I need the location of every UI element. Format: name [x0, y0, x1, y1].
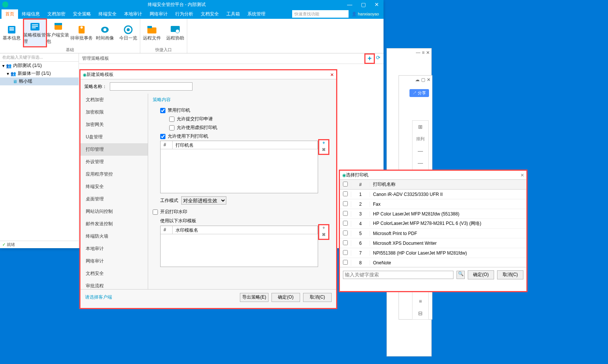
- bg2-controls: ☁▢✕: [415, 77, 431, 85]
- tree-child[interactable]: ▾👥新媒体一部 (1/1): [0, 70, 79, 77]
- cat-8[interactable]: 桌面管理: [80, 193, 148, 205]
- printer-row[interactable]: 8OneNote: [340, 258, 526, 267]
- export-button[interactable]: 导出策略(E): [240, 293, 268, 302]
- ribbon-pending[interactable]: 待审批事务: [70, 19, 93, 47]
- chk-allow-virtual[interactable]: [169, 125, 174, 130]
- printer-row[interactable]: 1Canon iR-ADV C3325/3330 UFR II: [340, 190, 526, 199]
- row-check[interactable]: [343, 211, 348, 216]
- pdlg-ok-button[interactable]: 确定(O): [468, 270, 494, 279]
- policy-name-input[interactable]: [110, 82, 193, 91]
- row-check[interactable]: [343, 201, 348, 206]
- menu-tab-9[interactable]: 工具箱: [223, 9, 244, 19]
- user-menu[interactable]: hanxiaoyao: [352, 12, 379, 17]
- printer-row[interactable]: 3HP Color LaserJet MFP M281fdw (551388): [340, 209, 526, 219]
- minimize-button[interactable]: —: [343, 2, 356, 8]
- menu-tab-7[interactable]: 行为分析: [171, 9, 197, 19]
- search-icon[interactable]: 🔍: [456, 271, 465, 279]
- workmode-select[interactable]: 对全部进程生效: [181, 196, 226, 205]
- cat-1[interactable]: 加密权限: [80, 106, 148, 118]
- chk-watermark[interactable]: [153, 209, 158, 215]
- dialog-close-icon[interactable]: ✕: [330, 72, 334, 77]
- cat-0[interactable]: 文档加密: [80, 94, 148, 106]
- cat-7[interactable]: 终端安全: [80, 180, 148, 193]
- menu-tab-2[interactable]: 文档加密: [44, 9, 69, 19]
- col-num: #: [161, 141, 173, 149]
- pdlg-title: 选择打印机 ✕: [340, 171, 526, 180]
- ribbon-basic-info[interactable]: 基本信息: [0, 19, 23, 47]
- ribbon-policy-template[interactable]: 策略模板管理: [23, 19, 47, 47]
- list-add-icon[interactable]: +: [319, 140, 328, 147]
- ribbon-timeline[interactable]: 时间画像: [93, 19, 117, 47]
- printer-row[interactable]: 6Microsoft XPS Document Writer: [340, 238, 526, 248]
- chk-allow-list[interactable]: [160, 134, 165, 139]
- arrange-icon[interactable]: ⊞: [412, 121, 428, 133]
- ribbon-remote-assist[interactable]: 远程协助: [164, 19, 187, 47]
- cat-11[interactable]: 终端防火墙: [80, 230, 148, 243]
- chk-all[interactable]: [343, 182, 348, 187]
- wm-add-icon[interactable]: +: [319, 225, 328, 232]
- refresh-button[interactable]: ⟳: [376, 55, 381, 63]
- tree-root[interactable]: ▾👥内部测试 (1/1): [0, 62, 79, 70]
- chk-disable-printer[interactable]: [160, 108, 165, 113]
- svg-rect-15: [147, 27, 156, 33]
- tree-leaf[interactable]: 🖥韩小瑶: [0, 77, 79, 85]
- printer-search-input[interactable]: [343, 271, 453, 279]
- printer-row[interactable]: 4HP ColorLaserJet MFP M278-M281 PCL 6 (V…: [340, 219, 526, 229]
- cat-6[interactable]: 应用程序管控: [80, 168, 148, 180]
- printer-row[interactable]: 5Microsoft Print to PDF: [340, 229, 526, 238]
- footer-hint[interactable]: 请选择客户端: [85, 294, 112, 300]
- menu-tab-1[interactable]: 终端信息: [18, 9, 44, 19]
- cat-2[interactable]: 加密网关: [80, 118, 148, 131]
- menu-tab-6[interactable]: 网络审计: [146, 9, 171, 19]
- menu-tab-3[interactable]: 安全策略: [69, 9, 95, 19]
- minus-icon[interactable]: —: [412, 157, 428, 169]
- wm-del-icon[interactable]: ✖: [319, 232, 328, 239]
- row-check[interactable]: [343, 240, 348, 245]
- tree-filter[interactable]: 在此输入关键字筛选...: [0, 53, 79, 62]
- add-button[interactable]: +: [365, 55, 374, 63]
- pdlg-cancel-button[interactable]: 取消(C): [497, 270, 523, 279]
- quick-search[interactable]: 快速查找功能: [292, 10, 349, 18]
- row-check[interactable]: [343, 231, 348, 235]
- arrange-label: 排列: [412, 133, 428, 145]
- cat-10[interactable]: 邮件发送控制: [80, 218, 148, 230]
- row-check[interactable]: [343, 191, 348, 196]
- ribbon-remote-file[interactable]: 远程文件: [140, 19, 164, 47]
- sep-icon: —: [412, 145, 428, 157]
- chk-allow-apply[interactable]: [169, 117, 174, 122]
- ribbon-client-pkg[interactable]: 客户端安装包: [47, 19, 70, 47]
- ok-button[interactable]: 确定(O): [271, 293, 300, 302]
- row-check[interactable]: [343, 260, 348, 265]
- maximize-button[interactable]: ▢: [356, 2, 370, 8]
- ribbon-group-2: 远程文件 远程协助 快捷入口: [140, 19, 187, 53]
- ribbon-today[interactable]: 今日一览: [117, 19, 140, 47]
- close-button[interactable]: ✕: [370, 2, 384, 8]
- list-del-icon[interactable]: ✖: [319, 147, 328, 154]
- handle2-icon[interactable]: ⊟: [412, 307, 428, 319]
- cat-9[interactable]: 网站访问控制: [80, 205, 148, 218]
- cat-14[interactable]: 文档安全: [80, 267, 148, 280]
- menu-tab-0[interactable]: 首页: [2, 9, 18, 19]
- group-icon: 👥: [6, 63, 12, 68]
- menu-tab-10[interactable]: 系统管理: [244, 9, 269, 19]
- policy-content: 策略内容 禁用打印机 允许提交打印申请 允许使用虚拟打印机 允许使用下列打印机 …: [148, 94, 336, 289]
- cat-5[interactable]: 外设管理: [80, 156, 148, 168]
- folder-icon: [146, 24, 158, 35]
- menu-tab-5[interactable]: 本地审计: [120, 9, 146, 19]
- printer-row[interactable]: 2Fax: [340, 199, 526, 209]
- handle-icon[interactable]: ≡: [412, 295, 428, 307]
- row-check[interactable]: [343, 250, 348, 255]
- printer-row[interactable]: 7NPI551388 (HP Color LaserJet MFP M281fd…: [340, 248, 526, 258]
- share-button[interactable]: ↗ 分享: [409, 89, 429, 97]
- cat-3[interactable]: U盘管理: [80, 131, 148, 143]
- pdlg-close-icon[interactable]: ✕: [520, 173, 524, 178]
- cancel-button[interactable]: 取消(C): [303, 293, 332, 302]
- cat-4[interactable]: 打印管理: [80, 143, 148, 156]
- cat-15[interactable]: 审批流程: [80, 280, 148, 289]
- row-check[interactable]: [343, 221, 348, 226]
- menu-tab-4[interactable]: 终端安全: [95, 9, 120, 19]
- svg-rect-1: [9, 27, 14, 29]
- cat-12[interactable]: 本地审计: [80, 243, 148, 255]
- cat-13[interactable]: 网络审计: [80, 255, 148, 267]
- menu-tab-8[interactable]: 文档安全: [197, 9, 223, 19]
